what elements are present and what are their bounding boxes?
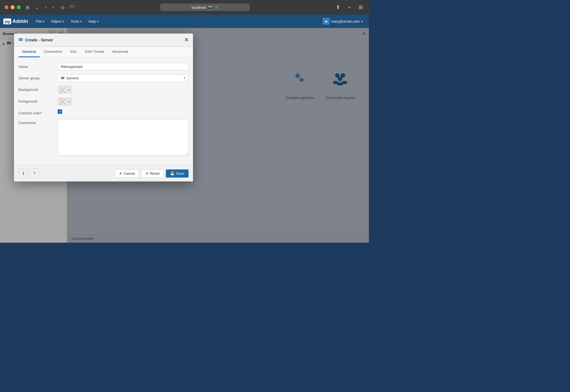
- sidebar-toggle-icon[interactable]: ⊞: [24, 4, 31, 11]
- background-label: Background: [18, 86, 55, 92]
- pgadmin-logo: pg Admin: [3, 18, 28, 24]
- background-color-swatch: [58, 86, 67, 94]
- dialog-footer: ℹ ? ✕ Cancel ↺ Reset 💾 Save: [14, 165, 193, 181]
- foreground-label: Foreground: [18, 98, 55, 103]
- comments-textarea[interactable]: [58, 119, 189, 155]
- shield-icons: ⊙ 🛡: [59, 4, 76, 11]
- grid-icon[interactable]: ⊞: [357, 4, 364, 11]
- comments-label: Comments: [18, 119, 55, 125]
- svg-point-17: [22, 40, 22, 41]
- reset-button[interactable]: ↺ Reset: [141, 169, 164, 178]
- maximize-window-button[interactable]: [17, 5, 21, 9]
- tab-ssl[interactable]: SSL: [66, 47, 81, 57]
- tab-advanced[interactable]: Advanced: [108, 47, 132, 57]
- save-icon: 💾: [170, 171, 175, 176]
- back-icon[interactable]: ‹: [44, 4, 48, 10]
- footer-right-buttons: ✕ Cancel ↺ Reset 💾 Save: [115, 169, 189, 178]
- object-arrow-icon: ▾: [63, 20, 64, 23]
- menu-item-file[interactable]: File ▾: [32, 17, 48, 26]
- forward-icon[interactable]: ›: [51, 4, 55, 10]
- share-icon[interactable]: ⬆: [334, 4, 342, 11]
- foreground-color-dropdown-arrow[interactable]: ▾: [67, 98, 72, 105]
- user-avatar: M: [323, 18, 329, 25]
- foreground-x-icon: [59, 99, 65, 105]
- info-circle-icon: ⊙: [59, 4, 66, 11]
- form-row-name: Name: [18, 63, 189, 70]
- svg-text:M: M: [325, 20, 327, 23]
- info-button[interactable]: ℹ: [18, 169, 28, 178]
- camera-icon: 📷: [208, 5, 213, 10]
- save-label: Save: [176, 171, 184, 176]
- address-bar[interactable]: localhost 📷 ↻: [160, 4, 250, 11]
- foreground-color-picker[interactable]: ▾: [58, 98, 72, 105]
- chevron-down-icon[interactable]: ⌄: [33, 4, 40, 11]
- shield-icon: 🛡: [68, 4, 76, 11]
- name-input[interactable]: [58, 63, 189, 70]
- dialog-close-button[interactable]: ✕: [184, 37, 189, 43]
- help-button[interactable]: ?: [30, 169, 39, 178]
- user-avatar-icon: M: [323, 18, 329, 24]
- foreground-color-swatch: [58, 98, 67, 105]
- create-server-dialog: Create - Server ✕ General Connection SSL…: [14, 34, 193, 181]
- tab-general[interactable]: General: [18, 47, 40, 57]
- background-color-dropdown-arrow[interactable]: ▾: [67, 86, 72, 94]
- connect-now-checkbox-wrapper: [58, 109, 62, 114]
- form-row-background: Background ▾: [18, 86, 189, 94]
- connect-now-checkbox[interactable]: [58, 109, 62, 114]
- tab-connection[interactable]: Connection: [40, 47, 66, 57]
- connect-now-label: Connect now?: [18, 109, 55, 115]
- svg-rect-18: [61, 77, 64, 78]
- dialog-body: Name Server group Servers ▾: [14, 57, 193, 165]
- color-x-icon: [59, 87, 65, 93]
- user-menu[interactable]: M mary@acme.com ▾: [320, 17, 366, 26]
- pg-text: pg: [3, 18, 11, 24]
- user-arrow-icon: ▾: [361, 20, 363, 23]
- reset-icon: ↺: [145, 171, 149, 176]
- file-arrow-icon: ▾: [43, 20, 44, 23]
- sidebar-toggle-group: ⊞ ⌄: [24, 4, 40, 11]
- dialog-title: Create - Server: [18, 38, 53, 42]
- save-button[interactable]: 💾 Save: [166, 169, 189, 178]
- cancel-button[interactable]: ✕ Cancel: [115, 169, 139, 178]
- question-icon: ?: [33, 171, 36, 176]
- menu-item-help[interactable]: Help ▾: [85, 17, 102, 26]
- footer-left-buttons: ℹ ?: [18, 169, 39, 178]
- name-label: Name: [18, 63, 55, 69]
- new-tab-icon[interactable]: ＋: [345, 3, 354, 11]
- nav-buttons: ‹ ›: [44, 4, 56, 10]
- menu-item-tools[interactable]: Tools ▾: [67, 17, 85, 26]
- form-row-server-group: Server group Servers ▾: [18, 74, 189, 82]
- tools-arrow-icon: ▾: [80, 20, 82, 23]
- admin-text: Admin: [12, 18, 28, 24]
- server-group-value: Servers: [66, 76, 79, 80]
- server-group-inner: Servers: [61, 76, 79, 80]
- form-row-connect-now: Connect now?: [18, 109, 189, 115]
- reset-label: Reset: [150, 171, 159, 176]
- info-icon: ℹ: [23, 171, 24, 176]
- traffic-lights: [4, 5, 21, 9]
- server-icon: [18, 38, 23, 42]
- svg-point-16: [22, 39, 22, 39]
- form-row-comments: Comments: [18, 119, 189, 155]
- close-window-button[interactable]: [4, 5, 8, 9]
- menu-bar-right: M mary@acme.com ▾: [320, 17, 366, 26]
- refresh-icon[interactable]: ↻: [215, 5, 218, 10]
- minimize-window-button[interactable]: [11, 5, 15, 9]
- tab-ssh-tunnel[interactable]: SSH Tunnel: [81, 47, 108, 57]
- user-email: mary@acme.com: [331, 19, 360, 23]
- dialog-header: Create - Server ✕: [14, 34, 193, 47]
- cancel-x-icon: ✕: [119, 171, 122, 176]
- title-bar: ⊞ ⌄ ‹ › ⊙ 🛡 localhost 📷 ↻ ⬆ ＋ ⊞: [0, 0, 369, 15]
- menu-bar: pg Admin File ▾ Object ▾ Tools ▾ Help ▾ …: [0, 15, 369, 28]
- svg-rect-19: [61, 78, 64, 79]
- url-bar: localhost 📷 ↻: [79, 4, 331, 11]
- server-group-select[interactable]: Servers ▾: [58, 74, 189, 82]
- help-arrow-icon: ▾: [97, 20, 98, 23]
- menu-item-object[interactable]: Object ▾: [48, 17, 67, 26]
- main-area: Browser ⚡ ⊞ ▶ Servers ✕ urce: [0, 28, 369, 243]
- title-bar-right-icons: ⬆ ＋ ⊞: [334, 3, 364, 11]
- background-color-picker[interactable]: ▾: [58, 86, 72, 94]
- select-server-icon: [61, 76, 65, 80]
- form-row-foreground: Foreground ▾: [18, 98, 189, 105]
- select-arrow-icon: ▾: [184, 76, 185, 80]
